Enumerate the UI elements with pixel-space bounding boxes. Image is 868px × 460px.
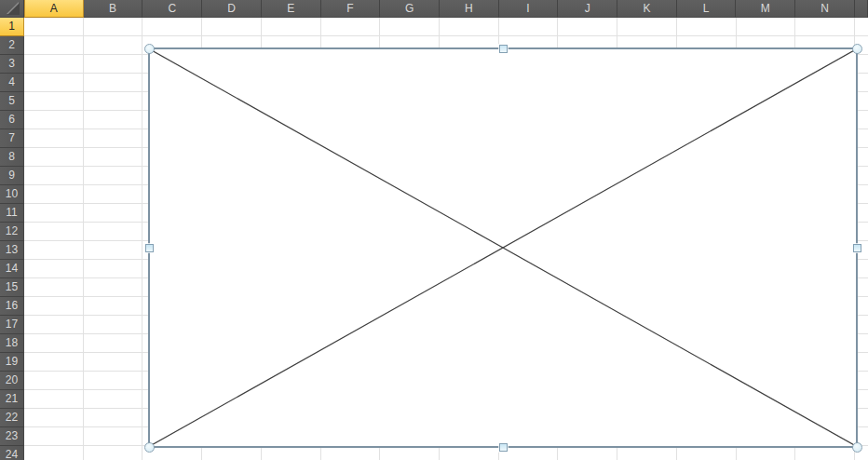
- row-header-17[interactable]: 17: [0, 316, 24, 334]
- row-header-18[interactable]: 18: [0, 334, 24, 353]
- column-header-partial[interactable]: [855, 0, 868, 18]
- row-header-23[interactable]: 23: [0, 427, 24, 446]
- column-header-n[interactable]: N: [795, 0, 855, 18]
- column-header-i[interactable]: I: [499, 0, 559, 18]
- row-header-11[interactable]: 11: [0, 204, 24, 223]
- row-header-20[interactable]: 20: [0, 372, 24, 390]
- row-header-2[interactable]: 2: [0, 36, 24, 55]
- placeholder-shape[interactable]: [148, 47, 858, 448]
- resize-handle-bottom-right[interactable]: [852, 442, 862, 453]
- row-header-13[interactable]: 13: [0, 241, 24, 260]
- column-header-g[interactable]: G: [380, 0, 440, 18]
- row-header-8[interactable]: 8: [0, 148, 24, 167]
- row-header-9[interactable]: 9: [0, 167, 24, 185]
- column-header-b[interactable]: B: [84, 0, 143, 18]
- row-header-1[interactable]: 1: [0, 18, 24, 36]
- resize-handle-top-middle[interactable]: [499, 45, 508, 53]
- row-header-24[interactable]: 24: [0, 446, 24, 460]
- row-header-column: 1 2 3 4 5 6 7 8 9 10 11 12 13 14 15 16 1…: [0, 18, 24, 460]
- row-header-6[interactable]: 6: [0, 111, 24, 129]
- row-header-19[interactable]: 19: [0, 353, 24, 372]
- column-header-e[interactable]: E: [262, 0, 321, 18]
- column-header-f[interactable]: F: [321, 0, 381, 18]
- diagonal-cross-lines: [150, 49, 856, 446]
- resize-handle-bottom-middle[interactable]: [499, 443, 508, 452]
- column-header-h[interactable]: H: [440, 0, 499, 18]
- row-header-22[interactable]: 22: [0, 409, 24, 427]
- row-header-3[interactable]: 3: [0, 55, 24, 74]
- column-header-c[interactable]: C: [142, 0, 202, 18]
- row-header-15[interactable]: 15: [0, 278, 24, 297]
- column-header-j[interactable]: J: [558, 0, 617, 18]
- column-header-m[interactable]: M: [736, 0, 795, 18]
- row-header-21[interactable]: 21: [0, 390, 24, 409]
- resize-handle-top-left[interactable]: [144, 44, 155, 54]
- spreadsheet: A B C D E F G H I J K L M N 1 2 3 4 5 6 …: [0, 0, 868, 460]
- select-all-triangle-icon: [7, 3, 20, 15]
- column-header-l[interactable]: L: [677, 0, 737, 18]
- column-header-row: A B C D E F G H I J K L M N: [0, 0, 868, 18]
- row-header-7[interactable]: 7: [0, 129, 24, 148]
- row-header-4[interactable]: 4: [0, 74, 24, 92]
- row-header-5[interactable]: 5: [0, 92, 24, 111]
- row-header-16[interactable]: 16: [0, 297, 24, 316]
- resize-handle-middle-right[interactable]: [853, 244, 861, 252]
- resize-handle-top-right[interactable]: [852, 44, 862, 54]
- column-header-k[interactable]: K: [617, 0, 677, 18]
- select-all-button[interactable]: [0, 0, 24, 18]
- resize-handle-bottom-left[interactable]: [144, 442, 155, 453]
- resize-handle-middle-left[interactable]: [145, 244, 154, 252]
- row-header-10[interactable]: 10: [0, 185, 24, 204]
- column-header-d[interactable]: D: [202, 0, 262, 18]
- column-header-a[interactable]: A: [24, 0, 84, 18]
- row-header-12[interactable]: 12: [0, 223, 24, 241]
- row-header-14[interactable]: 14: [0, 260, 24, 278]
